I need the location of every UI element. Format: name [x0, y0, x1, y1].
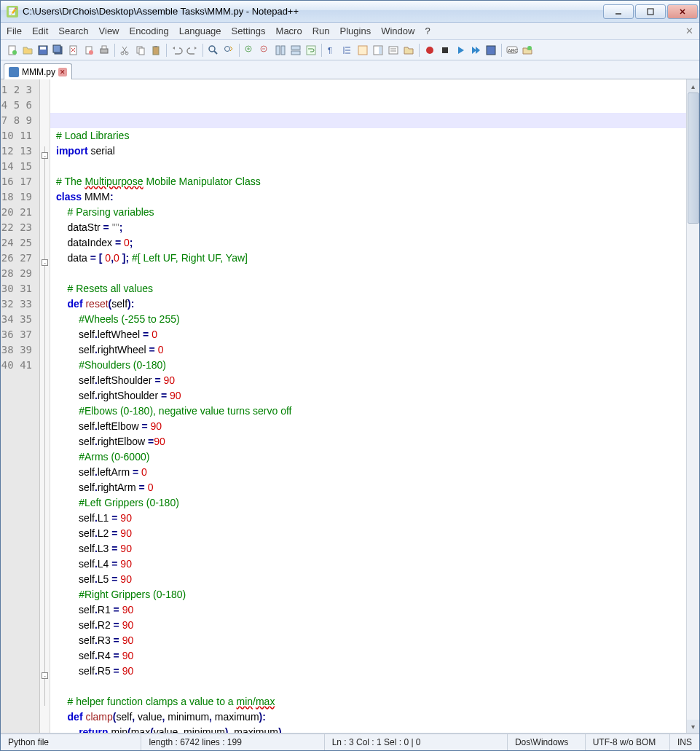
menu-language[interactable]: Language — [179, 25, 221, 36]
close-file-icon[interactable] — [66, 43, 81, 58]
minimize-button[interactable] — [603, 4, 634, 19]
find-icon[interactable] — [206, 43, 221, 58]
svg-rect-24 — [154, 46, 157, 47]
close-all-icon[interactable] — [82, 43, 96, 58]
save-icon[interactable] — [36, 43, 50, 58]
svg-rect-1 — [648, 9, 653, 15]
svg-point-27 — [225, 46, 230, 51]
menu-view[interactable]: View — [99, 25, 119, 36]
vertical-scrollbar[interactable]: ▴ ▾ — [686, 79, 699, 733]
menu-window[interactable]: Window — [381, 25, 414, 36]
lang-icon[interactable] — [355, 43, 370, 58]
zoom-in-icon[interactable] — [243, 43, 257, 58]
menu-encoding[interactable]: Encoding — [130, 25, 169, 36]
svg-rect-36 — [291, 51, 300, 55]
line-number-gutter[interactable]: 1 2 3 4 5 6 7 8 9 10 11 12 13 14 15 16 1… — [1, 79, 40, 733]
svg-rect-46 — [389, 47, 398, 54]
svg-rect-16 — [102, 46, 106, 49]
spellcheck-icon[interactable]: ABC — [505, 43, 519, 58]
svg-rect-22 — [139, 48, 144, 55]
maximize-button[interactable] — [635, 4, 666, 19]
svg-rect-23 — [153, 47, 159, 55]
menu-file[interactable]: File — [7, 25, 22, 36]
svg-rect-9 — [53, 45, 60, 52]
svg-line-26 — [214, 51, 217, 54]
svg-rect-7 — [40, 47, 46, 50]
window-titlebar: 📝 C:\Users\DrChois\Desktop\Assemble Task… — [1, 1, 699, 23]
fold-toggle[interactable]: - — [42, 152, 48, 159]
status-bar: Python file length : 6742 lines : 199 Ln… — [1, 734, 699, 750]
show-chars-icon[interactable]: ¶ — [325, 43, 339, 58]
menubar: FileEditSearchViewEncodingLanguageSettin… — [1, 23, 699, 40]
tool-icon[interactable] — [520, 43, 535, 58]
svg-rect-35 — [291, 46, 300, 50]
code-editor[interactable]: # Load Libraries import serial # The Mul… — [50, 79, 686, 733]
svg-rect-45 — [379, 47, 382, 54]
fold-column[interactable]: --- — [40, 79, 50, 733]
record-icon[interactable] — [422, 43, 437, 58]
svg-rect-51 — [487, 46, 495, 55]
menu-settings[interactable]: Settings — [232, 25, 266, 36]
menu-search[interactable]: Search — [58, 25, 88, 36]
scrollbar-thumb[interactable] — [688, 93, 699, 224]
open-file-icon[interactable] — [20, 43, 35, 58]
svg-point-54 — [527, 46, 532, 50]
scroll-down-icon[interactable]: ▾ — [687, 720, 699, 733]
func-list-icon[interactable] — [386, 43, 401, 58]
new-file-icon[interactable] — [5, 43, 20, 58]
menu-edit[interactable]: Edit — [32, 25, 48, 36]
undo-icon[interactable] — [170, 43, 184, 58]
status-length: length : 6742 lines : 199 — [141, 734, 324, 750]
status-mode[interactable]: INS — [670, 734, 699, 750]
indent-guide-icon[interactable] — [340, 43, 355, 58]
play-multi-icon[interactable] — [468, 43, 483, 58]
app-icon: 📝 — [7, 6, 18, 17]
zoom-out-icon[interactable] — [258, 43, 272, 58]
stop-icon[interactable] — [438, 43, 452, 58]
svg-text:¶: ¶ — [328, 46, 332, 55]
tab-close-icon[interactable]: ✕ — [58, 68, 67, 76]
status-filetype: Python file — [1, 734, 141, 750]
svg-point-5 — [12, 50, 17, 55]
tab-bar: MMM.py ✕ — [1, 60, 699, 79]
file-icon — [9, 67, 19, 77]
close-button[interactable] — [667, 4, 698, 19]
paste-icon[interactable] — [149, 43, 163, 58]
play-icon[interactable] — [453, 43, 468, 58]
menu-run[interactable]: Run — [312, 25, 330, 36]
svg-point-14 — [89, 50, 93, 55]
replace-icon[interactable] — [221, 43, 236, 58]
svg-point-25 — [209, 46, 215, 52]
editor-area: 1 2 3 4 5 6 7 8 9 10 11 12 13 14 15 16 1… — [1, 79, 699, 734]
copy-icon[interactable] — [133, 43, 148, 58]
redo-icon[interactable] — [185, 43, 200, 58]
menu-macro[interactable]: Macro — [276, 25, 302, 36]
menu-plugins[interactable]: Plugins — [340, 25, 371, 36]
tab-mmm-py[interactable]: MMM.py ✕ — [4, 63, 72, 79]
svg-text:ABC: ABC — [508, 48, 518, 53]
save-all-icon[interactable] — [51, 43, 66, 58]
cut-icon[interactable] — [118, 43, 133, 58]
svg-rect-15 — [101, 49, 108, 53]
toolbar: ¶ ABC — [1, 40, 699, 60]
menubar-close-icon[interactable]: ✕ — [685, 25, 693, 36]
fold-toggle[interactable]: - — [42, 259, 48, 266]
wrap-icon[interactable] — [304, 43, 318, 58]
save-macro-icon[interactable] — [484, 43, 498, 58]
doc-map-icon[interactable] — [371, 43, 385, 58]
svg-rect-43 — [358, 46, 367, 55]
menu-?[interactable]: ? — [425, 25, 430, 36]
folder-icon[interactable] — [401, 43, 416, 58]
tab-label: MMM.py — [22, 67, 55, 77]
status-encoding[interactable]: UTF-8 w/o BOM — [586, 734, 670, 750]
status-eol[interactable]: Dos\Windows — [508, 734, 586, 750]
sync-v-icon[interactable] — [273, 43, 288, 58]
fold-toggle[interactable]: - — [42, 672, 48, 679]
print-icon[interactable] — [97, 43, 111, 58]
scroll-up-icon[interactable]: ▴ — [687, 79, 699, 93]
sync-h-icon[interactable] — [288, 43, 303, 58]
window-title: C:\Users\DrChois\Desktop\Assemble Tasks\… — [23, 6, 603, 17]
svg-rect-34 — [281, 46, 285, 55]
svg-rect-33 — [276, 46, 280, 55]
svg-rect-50 — [442, 47, 448, 53]
